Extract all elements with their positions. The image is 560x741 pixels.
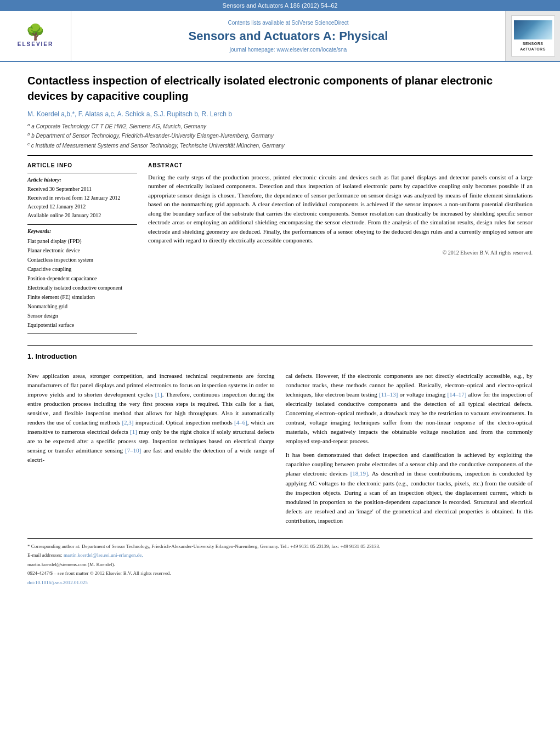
keyword-item: Equipotential surface [27, 320, 137, 330]
elsevier-brand-text: ELSEVIER [18, 41, 53, 47]
accepted-date: Accepted 12 January 2012 [27, 202, 137, 211]
divider-kw2 [27, 333, 137, 333]
sciverse-text[interactable]: Contents lists available at SciVerse Sci… [228, 20, 348, 26]
divider-ai [27, 173, 137, 173]
body-paragraph: cal defects. However, if the electronic … [286, 371, 533, 446]
divider-1 [27, 155, 533, 156]
reference-link[interactable]: [11–13] [379, 391, 398, 398]
intro-col1-text: New application areas, stronger competit… [27, 371, 275, 465]
keywords-list: Flat panel display (FPD)Planar electroni… [27, 236, 137, 330]
body-section-1: New application areas, stronger competit… [27, 371, 533, 530]
footnotes: * Corresponding author at: Department of… [27, 538, 533, 587]
footnote-issn: 0924-4247/$ – see front matter © 2012 El… [27, 570, 533, 578]
keyword-item: Nonmatching grid [27, 302, 137, 311]
keyword-item: Finite element (FE) simulation [27, 292, 137, 302]
divider-kw [27, 224, 137, 225]
email-link1[interactable]: martin.koerdel@lse.eei.uni-erlangen.de, [64, 552, 143, 558]
article-info-heading: ARTICLE INFO [27, 162, 137, 168]
article-meta-section: ARTICLE INFO Article history: Received 3… [27, 162, 533, 337]
keyword-item: Flat panel display (FPD) [27, 236, 137, 246]
journal-homepage: journal homepage: www.elsevier.com/locat… [230, 47, 347, 53]
elsevier-logo-img: 🌳 ELSEVIER [8, 22, 63, 50]
sensors-image [514, 20, 552, 39]
homepage-url[interactable]: www.elsevier.com/locate/sna [276, 47, 347, 53]
email-label: E-mail addresses: [27, 552, 64, 558]
sensors-actuators-logo: SENSORSAcTUATORS [505, 11, 560, 61]
reference-link[interactable]: [1] [130, 428, 137, 435]
article-dates: Received 30 September 2011 Received in r… [27, 185, 137, 220]
body-paragraph: New application areas, stronger competit… [27, 371, 275, 465]
affiliation-b: b b Department of Sensor Technology, Fri… [27, 132, 533, 139]
abstract-heading: ABSTRACT [148, 162, 533, 168]
reference-link[interactable]: [18,19] [350, 470, 368, 477]
footnote-doi[interactable]: doi:10.1016/j.sna.2012.01.025 [27, 579, 533, 587]
keyword-item: Position-dependent capacitance [27, 274, 137, 283]
journal-citation-text: Sensors and Actuators A 186 (2012) 54–62 [223, 2, 338, 9]
sensors-logo-box: SENSORSAcTUATORS [511, 15, 555, 56]
affiliation-a: a a Corporate Technology CT T DE HW2, Si… [27, 122, 533, 129]
reference-link[interactable]: [4–6] [234, 419, 247, 426]
divider-body [27, 345, 533, 346]
reference-link[interactable]: [1] [155, 391, 162, 398]
body-col-left: New application areas, stronger competit… [27, 371, 275, 530]
journal-title: Sensors and Actuators A: Physical [189, 29, 388, 43]
intro-col2-text: cal defects. However, if the electronic … [286, 371, 533, 525]
article-info-panel: ARTICLE INFO Article history: Received 3… [27, 162, 137, 337]
reference-link[interactable]: [14–17] [447, 391, 466, 398]
copyright-text: © 2012 Elsevier B.V. All rights reserved… [148, 250, 533, 256]
elsevier-tree-icon: 🌳 [26, 25, 45, 40]
footnote-email2: martin.koerdel@siemens.com (M. Koerdel). [27, 561, 533, 569]
revised-date: Received in revised form 12 January 2012 [27, 194, 137, 202]
keyword-item: Contactless inspection system [27, 255, 137, 264]
keyword-item: Sensor design [27, 311, 137, 320]
paper-content: Contactless inspection of electrically i… [0, 62, 560, 599]
body-paragraph: It has been demonstrated that defect ins… [286, 450, 533, 525]
authors: M. Koerdel a,b,*, F. Alatas a,c, A. Schi… [27, 110, 533, 118]
sensors-brand-text: SENSORSAcTUATORS [520, 41, 546, 51]
affiliation-c: c c Institute of Measurement Systems and… [27, 142, 533, 149]
journal-center-info: Contents lists available at SciVerse Sci… [71, 11, 505, 61]
online-date: Available online 20 January 2012 [27, 211, 137, 220]
reference-link[interactable]: [2,3] [122, 419, 133, 426]
abstract-text: During the early steps of the production… [148, 173, 533, 245]
body-col-right: cal defects. However, if the electronic … [286, 371, 533, 530]
keyword-item: Electrically isolated conductive compone… [27, 283, 137, 292]
keyword-item: Capacitive coupling [27, 264, 137, 274]
received-date: Received 30 September 2011 [27, 185, 137, 194]
section-1-heading: 1. Introduction [27, 352, 533, 360]
keywords-label: Keywords: [27, 228, 137, 234]
abstract-panel: ABSTRACT During the early steps of the p… [148, 162, 533, 337]
history-label: Article history: [27, 177, 137, 183]
footnote-email1: E-mail addresses: martin.koerdel@lse.eei… [27, 552, 533, 559]
footnote-star: * Corresponding author at: Department of… [27, 543, 533, 551]
paper-title: Contactless inspection of electrically i… [27, 73, 533, 104]
reference-link[interactable]: [7–10] [125, 447, 141, 454]
journal-citation-bar: Sensors and Actuators A 186 (2012) 54–62 [0, 0, 560, 11]
keyword-item: Planar electronic device [27, 246, 137, 255]
journal-header: 🌳 ELSEVIER Contents lists available at S… [0, 11, 560, 62]
elsevier-logo: 🌳 ELSEVIER [0, 11, 71, 61]
